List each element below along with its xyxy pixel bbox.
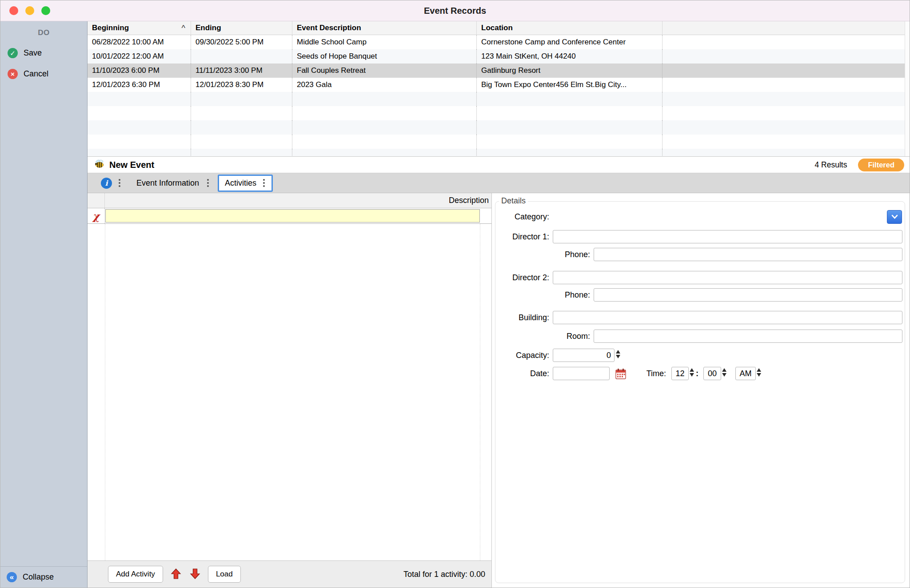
capacity-input[interactable]: 0 [553, 349, 615, 362]
table-row-selected[interactable]: 11/10/2023 6:00 PM 11/11/2023 3:00 PM Fa… [88, 64, 910, 78]
table-scrollbar[interactable] [905, 21, 910, 156]
tab-options-icon[interactable] [118, 178, 121, 188]
move-up-icon [171, 568, 181, 581]
delete-chi-icon: χ [92, 211, 99, 221]
director2-input[interactable] [553, 271, 902, 284]
table-row[interactable]: 06/28/2022 10:00 AM 09/30/2022 5:00 PM M… [88, 35, 910, 49]
time-ampm-input[interactable]: AM [735, 367, 756, 380]
table-row-empty [88, 135, 910, 149]
window-title: Event Records [0, 6, 910, 16]
save-button[interactable]: ✓ Save [0, 48, 87, 58]
phone1-row: Phone: [492, 248, 910, 262]
building-row: Building: [492, 311, 910, 325]
minimize-window-button[interactable] [25, 6, 34, 15]
activity-description-input[interactable] [105, 209, 480, 222]
save-label: Save [24, 48, 42, 58]
hour-stepper[interactable] [690, 368, 694, 377]
room-label: Room: [492, 330, 590, 343]
collapse-button[interactable]: « Collapse [0, 566, 87, 588]
director1-input[interactable] [553, 230, 902, 243]
activities-toolbar: Add Activity Load Total for 1 activity: … [88, 560, 491, 588]
events-table: Beginning ^ Ending Event Description Loc… [88, 21, 910, 157]
add-activity-button[interactable]: Add Activity [108, 566, 163, 583]
delete-activity-button[interactable]: χ [88, 208, 105, 223]
move-down-button[interactable] [189, 568, 201, 581]
activities-total: Total for 1 activity: 0.00 [403, 570, 485, 579]
director1-row: Director 1: [492, 230, 910, 244]
category-label: Category: [492, 210, 549, 224]
activities-header-row: Description [88, 193, 491, 208]
phone1-label: Phone: [492, 248, 590, 262]
table-row-empty [88, 149, 910, 157]
collapse-chevrons-icon: « [7, 572, 17, 582]
zoom-window-button[interactable] [41, 6, 50, 15]
load-button[interactable]: Load [208, 566, 241, 583]
table-row-empty [88, 120, 910, 135]
capacity-stepper[interactable] [616, 350, 620, 358]
window-controls [0, 6, 50, 15]
table-row[interactable]: 12/01/2023 6:30 PM 12/01/2023 8:30 PM 20… [88, 78, 910, 92]
tab-event-information[interactable]: Event Information [136, 179, 199, 188]
column-header-event-description[interactable]: Event Description [292, 21, 476, 35]
room-row: Room: [492, 330, 910, 343]
details-panel: Details Category: Director 1: Phone: [492, 193, 910, 588]
time-label: Time: [639, 367, 666, 381]
bee-icon [94, 159, 105, 171]
activities-list-area [88, 224, 491, 560]
title-bar: Event Records [0, 0, 910, 21]
date-input[interactable] [553, 367, 610, 380]
details-legend: Details [499, 196, 528, 206]
info-icon[interactable]: i [101, 178, 112, 189]
date-time-row: Date: [492, 367, 910, 381]
tab-options-icon[interactable] [206, 178, 210, 188]
table-row-empty [88, 92, 910, 106]
category-dropdown-button[interactable] [887, 210, 902, 224]
time-separator: : [696, 367, 698, 381]
results-count: 4 Results [814, 160, 847, 170]
phone2-input[interactable] [594, 288, 902, 302]
column-header-location[interactable]: Location [476, 21, 662, 35]
time-minute-input[interactable]: 00 [703, 367, 721, 380]
tab-options-icon[interactable] [262, 178, 266, 188]
activities-panel: Description χ Add Activity [88, 193, 492, 588]
calendar-icon [615, 374, 627, 381]
chevron-down-icon [891, 214, 898, 220]
move-down-icon [190, 568, 200, 581]
column-header-beginning[interactable]: Beginning ^ [88, 21, 191, 35]
phone1-input[interactable] [594, 248, 902, 261]
record-bar: New Event 4 Results Filtered [88, 157, 910, 173]
building-input[interactable] [553, 311, 902, 324]
column-header-empty [662, 21, 910, 35]
collapse-label: Collapse [23, 572, 54, 582]
room-input[interactable] [594, 330, 902, 343]
phone2-row: Phone: [492, 288, 910, 302]
move-up-button[interactable] [170, 568, 182, 581]
sort-ascending-icon: ^ [182, 24, 185, 33]
tab-activities[interactable]: Activities [218, 175, 273, 192]
date-label: Date: [492, 367, 549, 381]
column-header-ending[interactable]: Ending [191, 21, 292, 35]
cancel-button[interactable]: × Cancel [0, 69, 87, 79]
director2-row: Director 2: [492, 271, 910, 285]
building-label: Building: [492, 311, 549, 325]
minute-stepper[interactable] [722, 368, 726, 377]
description-column-header[interactable]: Description [105, 193, 491, 208]
cancel-x-icon: × [8, 69, 18, 79]
close-window-button[interactable] [9, 6, 18, 15]
table-row[interactable]: 10/01/2022 12:00 AM Seeds of Hope Banque… [88, 49, 910, 64]
director2-label: Director 2: [492, 271, 549, 285]
tab-bar: i Event Information Activities [88, 173, 910, 193]
sidebar: DO ✓ Save × Cancel « Collapse [0, 21, 88, 588]
filtered-badge[interactable]: Filtered [858, 159, 904, 171]
save-check-icon: ✓ [8, 48, 18, 58]
calendar-picker-button[interactable] [615, 368, 627, 381]
record-title: New Event [109, 160, 154, 170]
capacity-row: Capacity: 0 [492, 349, 910, 362]
time-hour-input[interactable]: 12 [671, 367, 689, 380]
director1-label: Director 1: [492, 230, 549, 244]
activity-row: χ [88, 208, 491, 224]
category-row: Category: [492, 210, 910, 224]
sidebar-header: DO [0, 28, 87, 37]
events-table-header: Beginning ^ Ending Event Description Loc… [88, 21, 910, 35]
ampm-stepper[interactable] [757, 368, 761, 377]
